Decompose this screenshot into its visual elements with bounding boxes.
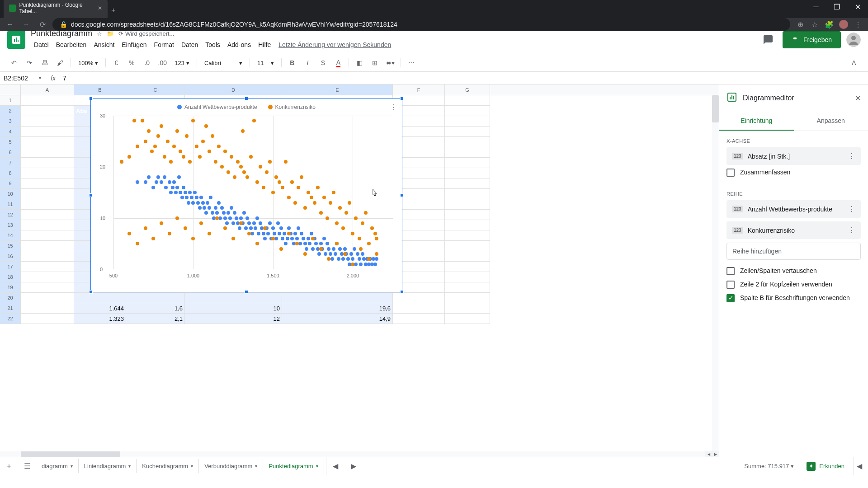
strikethrough-button[interactable]: S: [316, 56, 330, 70]
horizontal-scrollbar[interactable]: [0, 451, 712, 457]
increase-decimal-button[interactable]: .00: [156, 56, 169, 70]
cell[interactable]: [74, 293, 126, 303]
cell[interactable]: [445, 158, 490, 168]
window-minimize[interactable]: ─: [806, 0, 826, 14]
row-header[interactable]: 7: [0, 158, 21, 168]
cell[interactable]: [21, 168, 74, 178]
column-header-d[interactable]: D: [185, 84, 282, 95]
paint-format-button[interactable]: 🖌: [53, 56, 67, 70]
extensions-icon[interactable]: 🧩: [823, 18, 835, 31]
cell[interactable]: [21, 303, 74, 314]
colb-labels-checkbox[interactable]: [726, 294, 735, 302]
redo-button[interactable]: ↷: [23, 56, 36, 70]
column-header-b[interactable]: B: [74, 84, 126, 95]
decrease-decimal-button[interactable]: .0: [140, 56, 154, 70]
editor-tab-setup[interactable]: Einrichtung: [719, 112, 794, 131]
cell[interactable]: [445, 189, 490, 199]
cell[interactable]: [21, 189, 74, 199]
profile-avatar[interactable]: [837, 18, 850, 31]
select-all-corner[interactable]: [0, 84, 21, 95]
format-select[interactable]: 123▾: [171, 58, 193, 68]
star-document-icon[interactable]: ☆: [97, 30, 102, 37]
cell[interactable]: [21, 220, 74, 230]
cell[interactable]: 10: [185, 303, 282, 314]
cell[interactable]: 19,6: [282, 303, 393, 314]
menu-bearbeiten[interactable]: Bearbeiten: [53, 39, 90, 50]
spreadsheet-grid[interactable]: A B C D E F G 12Abs345678910111213141516…: [0, 84, 719, 457]
cell[interactable]: [445, 314, 490, 324]
editor-tab-customize[interactable]: Anpassen: [794, 112, 868, 131]
cell[interactable]: [445, 230, 490, 241]
fill-color-button[interactable]: ◧: [353, 56, 366, 70]
resize-handle[interactable]: [400, 290, 404, 294]
cell[interactable]: [445, 137, 490, 147]
row-header[interactable]: 10: [0, 189, 21, 199]
cell[interactable]: [21, 282, 74, 293]
cell[interactable]: [126, 293, 185, 303]
field-more-icon[interactable]: ⋮: [848, 226, 855, 235]
sheet-tab[interactable]: Verbunddiagramm ▾: [199, 459, 263, 473]
row-header[interactable]: 3: [0, 116, 21, 127]
formula-input[interactable]: 7: [61, 73, 868, 84]
cell[interactable]: [393, 314, 445, 324]
zoom-select[interactable]: 100% ▾: [75, 58, 102, 68]
cell[interactable]: [21, 95, 74, 106]
resize-handle[interactable]: [89, 97, 93, 100]
menu-daten[interactable]: Daten: [178, 39, 201, 50]
row-header[interactable]: 15: [0, 241, 21, 251]
sheet-nav-left[interactable]: ◀: [326, 457, 344, 475]
cell[interactable]: 1.644: [74, 303, 126, 314]
row-header[interactable]: 1: [0, 95, 21, 106]
explore-button[interactable]: ✦ Erkunden: [801, 459, 850, 474]
row-header[interactable]: 14: [0, 230, 21, 241]
cell[interactable]: [21, 127, 74, 137]
bold-button[interactable]: B: [285, 56, 299, 70]
cell[interactable]: [393, 303, 445, 314]
cell[interactable]: [445, 178, 490, 189]
move-document-icon[interactable]: 📁: [107, 30, 114, 37]
column-header-a[interactable]: A: [21, 84, 74, 95]
row-header[interactable]: 16: [0, 251, 21, 262]
cell[interactable]: [282, 293, 393, 303]
cell[interactable]: [445, 272, 490, 282]
document-title[interactable]: Punktediagramm: [31, 29, 92, 38]
column-header-g[interactable]: G: [445, 84, 490, 95]
cell[interactable]: [21, 106, 74, 116]
new-tab-button[interactable]: +: [108, 3, 119, 18]
all-sheets-button[interactable]: ☰: [18, 457, 36, 475]
menu-tools[interactable]: Tools: [202, 39, 223, 50]
cell[interactable]: [445, 220, 490, 230]
embedded-chart[interactable]: ⋮ Anzahl Wettbewerbs-produkteKonkurrenzr…: [90, 98, 402, 292]
print-button[interactable]: 🖶: [38, 56, 52, 70]
row-header[interactable]: 18: [0, 272, 21, 282]
cell[interactable]: [445, 293, 490, 303]
menu-ansicht[interactable]: Ansicht: [90, 39, 118, 50]
scroll-left-button[interactable]: ◀: [705, 451, 712, 457]
cell[interactable]: [445, 199, 490, 210]
browser-menu-icon[interactable]: ⋮: [852, 18, 864, 31]
cell[interactable]: [21, 178, 74, 189]
cell[interactable]: [185, 293, 282, 303]
row-header[interactable]: 19: [0, 282, 21, 293]
cell[interactable]: [21, 241, 74, 251]
cell[interactable]: [445, 251, 490, 262]
add-sheet-button[interactable]: +: [0, 457, 18, 475]
aggregate-checkbox[interactable]: [726, 169, 735, 177]
row-header[interactable]: 4: [0, 127, 21, 137]
swap-rows-checkbox[interactable]: [726, 267, 735, 275]
menu-add-ons[interactable]: Add-ons: [224, 39, 254, 50]
cell[interactable]: [445, 262, 490, 272]
cell[interactable]: [21, 272, 74, 282]
currency-button[interactable]: €: [109, 56, 123, 70]
series-field-1[interactable]: 123 Anzahl Wettbewerbs-produkte ⋮: [726, 200, 861, 218]
cell[interactable]: [21, 116, 74, 127]
menu-format[interactable]: Format: [151, 39, 177, 50]
cell[interactable]: 1.323: [74, 314, 126, 324]
column-header-e[interactable]: E: [282, 84, 393, 95]
zoom-icon[interactable]: ⊕: [794, 18, 807, 31]
cell[interactable]: 14,9: [282, 314, 393, 324]
cell[interactable]: [445, 95, 490, 106]
scroll-right-button[interactable]: ▶: [712, 451, 719, 457]
cell[interactable]: [445, 116, 490, 127]
row-header[interactable]: 20: [0, 293, 21, 303]
